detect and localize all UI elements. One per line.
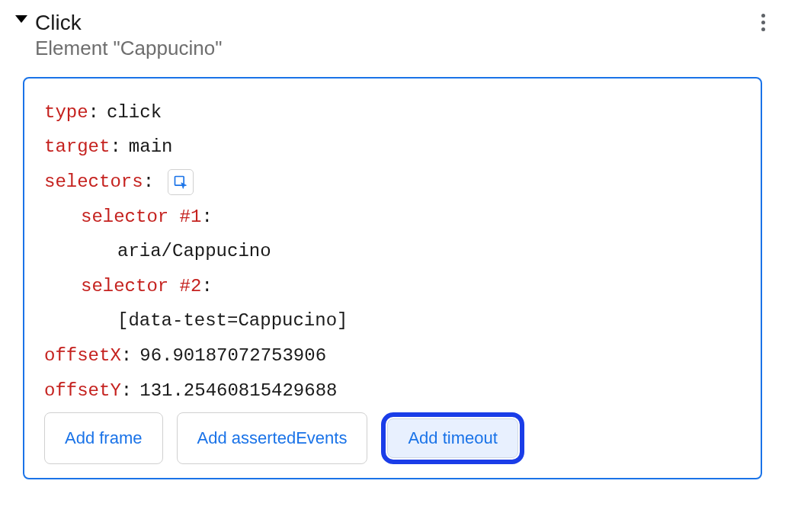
kv-selectors[interactable]: selectors: [44,165,741,200]
kv-selector-1[interactable]: selector #1: [44,200,741,235]
val-selector-1: aria/Cappucino [117,234,271,269]
step-title: Click [35,9,757,36]
val-offsetx: 96.90187072753906 [139,338,326,373]
add-frame-button[interactable]: Add frame [44,412,163,464]
kv-offsety[interactable]: offsetY: 131.25460815429688 [44,373,741,409]
key-type: type [44,95,88,130]
step-details-panel: type: click target: main selectors: sele… [23,77,762,479]
val-type: click [107,95,162,130]
add-timeout-button[interactable]: Add timeout [387,418,517,458]
val-selector-2-line[interactable]: [data-test=Cappucino] [44,303,741,338]
val-offsety: 131.25460815429688 [139,373,337,409]
select-element-icon[interactable] [168,169,194,195]
kv-type[interactable]: type: click [44,95,741,130]
key-selector-1: selector #1 [81,200,201,235]
kv-target[interactable]: target: main [44,130,741,165]
key-selector-2: selector #2 [81,269,201,304]
key-target: target [44,130,110,165]
more-options-icon[interactable] [757,9,770,36]
expand-caret-icon[interactable] [15,15,27,23]
add-assertedevents-button[interactable]: Add assertedEvents [177,412,368,464]
highlighted-button-wrap: Add timeout [381,412,524,464]
button-row: Add frame Add assertedEvents Add timeout [44,412,741,464]
val-target: main [129,130,173,165]
step-subtitle: Element "Cappucino" [35,36,757,62]
kv-selector-2[interactable]: selector #2: [44,269,741,304]
kv-offsetx[interactable]: offsetX: 96.90187072753906 [44,338,741,373]
val-selector-1-line[interactable]: aria/Cappucino [44,234,741,269]
key-offsetx: offsetX [44,338,121,373]
step-title-block: Click Element "Cappucino" [35,9,757,62]
val-selector-2: [data-test=Cappucino] [117,303,348,338]
key-offsety: offsetY [44,373,121,409]
step-header: Click Element "Cappucino" [9,6,776,69]
key-selectors: selectors [44,165,143,200]
